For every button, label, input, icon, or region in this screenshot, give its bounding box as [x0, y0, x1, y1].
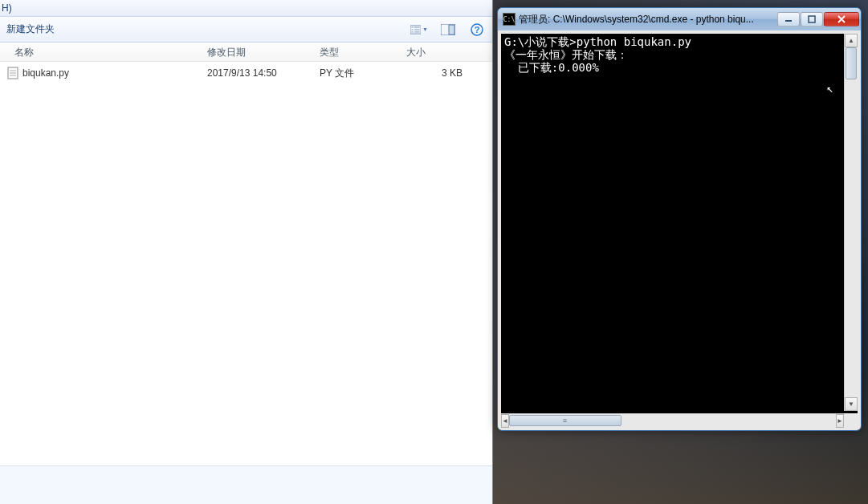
vertical-scrollbar[interactable]: ▲ ▼: [844, 34, 858, 411]
vscroll-track[interactable]: [845, 47, 858, 397]
file-type: PY 文件: [313, 67, 400, 80]
new-folder-button[interactable]: 新建文件夹: [6, 23, 55, 35]
file-name: biqukan.py: [22, 67, 69, 79]
view-mode-button[interactable]: ▼: [410, 21, 428, 39]
column-header-size[interactable]: 大小: [400, 43, 469, 61]
cmd-line-3: 已下载:0.000%: [504, 61, 599, 74]
menu-help[interactable]: H): [2, 2, 12, 14]
vscroll-thumb[interactable]: [846, 47, 857, 79]
cmd-titlebar[interactable]: C:\ 管理员: C:\Windows\system32\cmd.exe - p…: [498, 8, 861, 30]
file-size: 3 KB: [400, 67, 469, 79]
cmd-window: C:\ 管理员: C:\Windows\system32\cmd.exe - p…: [497, 7, 862, 431]
cmd-icon: C:\: [503, 13, 516, 26]
horizontal-scrollbar[interactable]: ◄ ≡ ►: [501, 413, 844, 427]
file-row[interactable]: biqukan.py 2017/9/13 14:50 PY 文件 3 KB: [0, 62, 492, 79]
preview-pane-button[interactable]: [439, 21, 457, 39]
explorer-statusbar: [0, 465, 492, 504]
scroll-down-button[interactable]: ▼: [845, 397, 858, 411]
scroll-left-button[interactable]: ◄: [501, 414, 509, 428]
chevron-down-icon: ▼: [422, 26, 428, 32]
column-header-date[interactable]: 修改日期: [201, 43, 313, 61]
python-file-icon: [6, 67, 19, 79]
cmd-output[interactable]: G:\小说下载>python biqukan.py 《一年永恒》开始下载： 已下…: [501, 34, 858, 413]
mouse-cursor-icon: ↖: [827, 82, 833, 95]
maximize-button[interactable]: [801, 12, 823, 26]
explorer-menubar[interactable]: H): [0, 0, 492, 17]
column-header-type[interactable]: 类型: [313, 43, 400, 61]
help-button[interactable]: ?: [468, 21, 486, 39]
hscroll-thumb[interactable]: ≡: [509, 415, 621, 426]
svg-rect-16: [809, 16, 815, 22]
scroll-right-button[interactable]: ►: [836, 414, 844, 428]
file-date: 2017/9/13 14:50: [201, 67, 313, 79]
hscroll-track[interactable]: ≡: [509, 414, 836, 427]
column-header-name[interactable]: 名称: [0, 43, 201, 61]
file-list[interactable]: 名称 修改日期 类型 大小 biqukan.py 2017/9/13 14:50…: [0, 43, 492, 465]
scroll-up-button[interactable]: ▲: [845, 34, 858, 47]
explorer-window: H) 新建文件夹 ▼: [0, 0, 493, 504]
file-list-header: 名称 修改日期 类型 大小: [0, 43, 492, 62]
explorer-toolbar: 新建文件夹 ▼: [0, 17, 492, 43]
svg-rect-8: [449, 25, 454, 35]
close-button[interactable]: [824, 12, 859, 26]
minimize-button[interactable]: [777, 12, 800, 26]
cmd-line-prompt: G:\小说下载>python biqukan.py: [504, 35, 691, 48]
svg-text:?: ?: [475, 25, 480, 35]
cmd-title: 管理员: C:\Windows\system32\cmd.exe - pytho…: [519, 13, 773, 26]
cmd-line-2: 《一年永恒》开始下载：: [504, 48, 628, 61]
cmd-client-area: G:\小说下载>python biqukan.py 《一年永恒》开始下载： 已下…: [498, 30, 861, 430]
